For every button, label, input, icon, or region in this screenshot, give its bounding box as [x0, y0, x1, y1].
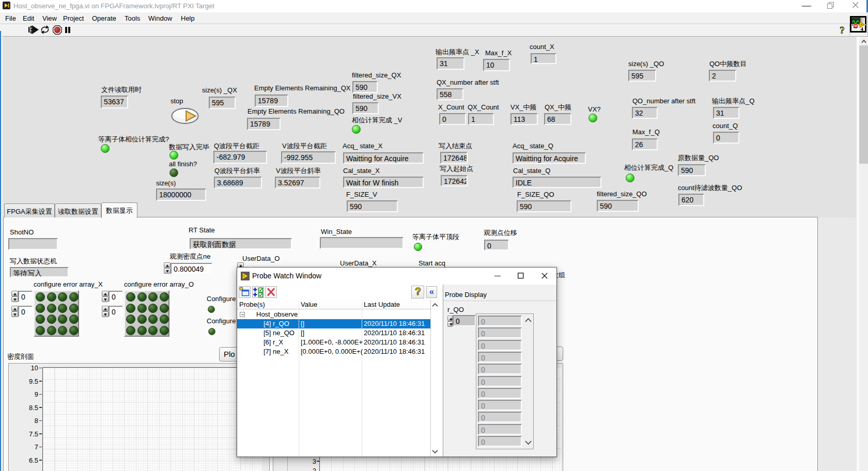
svg-text:4: 4	[861, 26, 864, 32]
svg-text:?: ?	[415, 286, 421, 297]
svg-text:?: ?	[840, 25, 845, 36]
